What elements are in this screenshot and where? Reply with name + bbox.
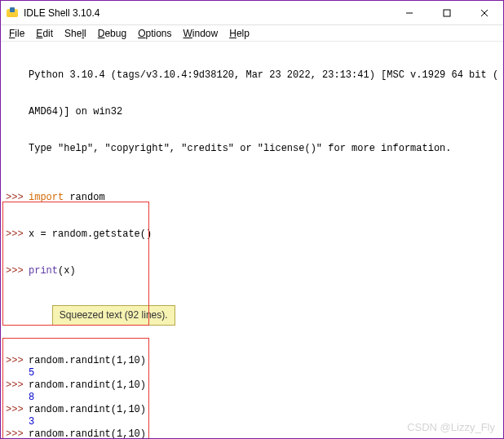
menu-options[interactable]: Options [133, 27, 176, 40]
prompt: >>> [6, 355, 29, 367]
prompt: >>> [6, 428, 29, 438]
banner-line: Python 3.10.4 (tags/v3.10.4:9d38120, Mar… [29, 69, 498, 82]
code-randint: random.randint(1,10) [29, 379, 146, 392]
prompt: >>> [6, 265, 29, 277]
output-value: 5 [29, 367, 34, 379]
prompt: >>> [6, 228, 29, 241]
banner-line: AMD64)] on win32 [29, 106, 122, 118]
app-window: IDLE Shell 3.10.4 File Edit Shell Debug … [0, 0, 504, 439]
menubar: File Edit Shell Debug Options Window Hel… [1, 25, 503, 42]
randint-block-a: >>>random.randint(1,10)5>>>random.randin… [6, 355, 498, 438]
code-randint: random.randint(1,10) [29, 428, 146, 438]
prompt: >>> [6, 192, 29, 204]
code-randint: random.randint(1,10) [29, 404, 146, 416]
menu-debug[interactable]: Debug [93, 27, 131, 40]
squeezed-text-button[interactable]: Squeezed text (92 lines). [52, 305, 175, 326]
code-randint: random.randint(1,10) [29, 355, 146, 367]
minimize-button[interactable] [391, 1, 428, 24]
window-title: IDLE Shell 3.10.4 [24, 7, 391, 19]
menu-help[interactable]: Help [224, 27, 254, 40]
code-assign: x = random.getstate() [29, 228, 152, 241]
banner-line: Type "help", "copyright", "credits" or "… [29, 143, 451, 155]
close-button[interactable] [466, 1, 503, 24]
idle-icon [6, 7, 19, 20]
svg-rect-1 [444, 10, 450, 16]
output-value: 8 [29, 392, 34, 404]
maximize-button[interactable] [428, 1, 466, 24]
window-controls [391, 1, 503, 24]
maximize-icon [443, 9, 451, 17]
menu-file[interactable]: File [4, 27, 29, 40]
titlebar: IDLE Shell 3.10.4 [1, 1, 503, 25]
code-import: import [29, 192, 64, 204]
output-value: 3 [29, 416, 34, 428]
prompt: >>> [6, 379, 29, 392]
shell-area[interactable]: Python 3.10.4 (tags/v3.10.4:9d38120, Mar… [1, 42, 503, 438]
menu-edit[interactable]: Edit [31, 27, 58, 40]
close-icon [480, 9, 489, 17]
menu-window[interactable]: Window [179, 27, 223, 40]
menu-shell[interactable]: Shell [60, 27, 91, 40]
prompt: >>> [6, 404, 29, 416]
minimize-icon [405, 9, 413, 17]
